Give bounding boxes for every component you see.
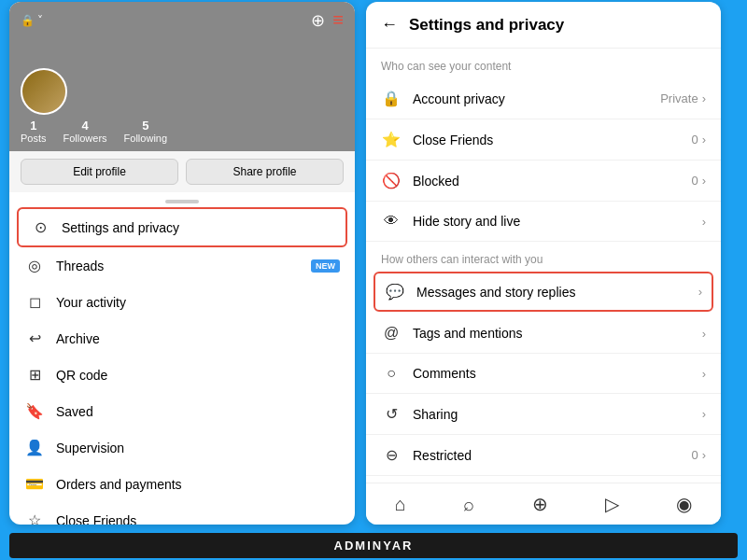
orders-icon: 💳 xyxy=(24,475,45,493)
settings-sharing[interactable]: ↺ Sharing › xyxy=(366,394,721,435)
restricted-chevron: › xyxy=(702,448,706,462)
close-friends-settings-icon: ⭐ xyxy=(381,131,402,148)
supervision-label: Supervision xyxy=(56,441,340,455)
tags-icon: @ xyxy=(381,325,402,342)
add-icon[interactable]: ⊕ xyxy=(311,10,325,31)
archive-label: Archive xyxy=(56,331,340,346)
menu-item-threads[interactable]: ◎ Threads NEW xyxy=(13,247,351,284)
account-privacy-chevron: › xyxy=(702,91,706,105)
comments-icon: ○ xyxy=(381,365,402,382)
menu-item-saved[interactable]: 🔖 Saved xyxy=(13,393,351,429)
footer-brand: ADMINYAR xyxy=(9,533,738,558)
hide-story-icon: 👁 xyxy=(381,213,402,230)
menu-item-orders[interactable]: 💳 Orders and payments xyxy=(13,466,351,502)
followers-stat: 4 Followers xyxy=(63,119,107,144)
followers-count: 4 xyxy=(81,119,88,133)
blocked-icon: 🚫 xyxy=(381,172,402,189)
section-label-content: Who can see your content xyxy=(366,49,721,78)
settings-account-privacy[interactable]: 🔒 Account privacy Private › xyxy=(366,78,721,119)
back-button[interactable]: ← xyxy=(381,15,398,35)
posts-count: 1 xyxy=(30,119,36,133)
settings-label: Settings and privacy xyxy=(62,220,334,235)
sharing-right: › xyxy=(702,407,706,421)
blocked-label: Blocked xyxy=(413,174,680,189)
threads-icon: ◎ xyxy=(24,257,45,274)
tags-label: Tags and mentions xyxy=(413,326,691,341)
settings-icon: ⊙ xyxy=(30,218,50,236)
messages-icon: 💬 xyxy=(385,283,405,301)
sharing-chevron: › xyxy=(702,407,706,421)
menu-item-qr[interactable]: ⊞ QR code xyxy=(13,357,351,393)
top-bar: 🔒 ˅ ⊕ ≡ xyxy=(9,9,355,31)
settings-messages[interactable]: 💬 Messages and story replies › xyxy=(374,272,713,312)
bottom-navigation: ⌂ ⌕ ⊕ ▷ ◉ xyxy=(366,483,721,525)
menu-item-settings[interactable]: ⊙ Settings and privacy xyxy=(17,207,347,247)
saved-icon: 🔖 xyxy=(24,402,45,420)
following-count: 5 xyxy=(142,119,148,133)
settings-content: Who can see your content 🔒 Account priva… xyxy=(366,49,721,483)
threads-label: Threads xyxy=(56,259,300,273)
restricted-value: 0 xyxy=(691,448,698,462)
restricted-right: 0 › xyxy=(691,448,706,462)
nav-home-icon[interactable]: ⌂ xyxy=(395,494,406,515)
hide-story-label: Hide story and live xyxy=(413,214,691,229)
menu-icon[interactable]: ≡ xyxy=(332,9,344,31)
hide-story-right: › xyxy=(702,215,706,229)
close-friends-value: 0 xyxy=(691,133,698,147)
blocked-value: 0 xyxy=(691,174,698,188)
sharing-icon: ↺ xyxy=(381,405,402,423)
blocked-chevron: › xyxy=(702,174,706,188)
menu-item-archive[interactable]: ↩ Archive xyxy=(13,320,351,357)
brand-label: ADMINYAR xyxy=(334,539,414,553)
profile-header: 🔒 ˅ ⊕ ≡ 1 Posts 4 Followers xyxy=(9,2,355,151)
stats-row: 1 Posts 4 Followers 5 Following xyxy=(21,119,167,144)
nav-reels-icon[interactable]: ▷ xyxy=(605,493,619,515)
settings-limited[interactable]: ℹ Limited interactions › xyxy=(366,476,721,483)
menu-item-activity[interactable]: ◻ Your activity xyxy=(13,284,351,320)
qr-icon: ⊞ xyxy=(24,366,45,384)
settings-panel: ← Settings and privacy Who can see your … xyxy=(366,2,721,525)
menu-item-supervision[interactable]: 👤 Supervision xyxy=(13,429,351,466)
following-label: Following xyxy=(124,133,167,144)
menu-item-close-friends[interactable]: ☆ Close Friends xyxy=(13,502,351,525)
nav-profile-icon[interactable]: ◉ xyxy=(676,493,692,515)
close-friends-icon: ☆ xyxy=(24,511,45,525)
lock-icon: 🔒 ˅ xyxy=(21,14,43,27)
tags-right: › xyxy=(702,327,706,341)
comments-chevron: › xyxy=(702,367,706,381)
archive-icon: ↩ xyxy=(24,329,45,347)
messages-chevron: › xyxy=(698,285,702,299)
restricted-icon: ⊖ xyxy=(381,446,402,464)
qr-label: QR code xyxy=(56,368,340,383)
settings-close-friends[interactable]: ⭐ Close Friends 0 › xyxy=(366,119,721,161)
account-privacy-right: Private › xyxy=(660,91,706,105)
settings-tags[interactable]: @ Tags and mentions › xyxy=(366,314,721,354)
settings-blocked[interactable]: 🚫 Blocked 0 › xyxy=(366,161,721,202)
account-privacy-icon: 🔒 xyxy=(381,90,402,107)
settings-hide-story[interactable]: 👁 Hide story and live › xyxy=(366,202,721,242)
messages-label: Messages and story replies xyxy=(416,285,687,300)
close-friends-settings-label: Close Friends xyxy=(413,133,680,147)
nav-search-icon[interactable]: ⌕ xyxy=(463,494,474,515)
tags-chevron: › xyxy=(702,327,706,341)
activity-label: Your activity xyxy=(56,295,340,310)
nav-add-icon[interactable]: ⊕ xyxy=(532,493,548,515)
profile-area: 1 Posts 4 Followers 5 Following xyxy=(9,68,355,144)
avatar xyxy=(21,68,67,115)
close-friends-chevron: › xyxy=(702,133,706,147)
settings-title: Settings and privacy xyxy=(409,16,564,35)
share-profile-button[interactable]: Share profile xyxy=(186,159,344,185)
settings-comments[interactable]: ○ Comments › xyxy=(366,354,721,394)
posts-label: Posts xyxy=(21,133,47,144)
new-badge: NEW xyxy=(311,259,340,273)
saved-label: Saved xyxy=(56,404,340,419)
close-friends-right: 0 › xyxy=(691,133,706,147)
edit-profile-button[interactable]: Edit profile xyxy=(21,159,178,185)
settings-restricted[interactable]: ⊖ Restricted 0 › xyxy=(366,435,721,476)
messages-right: › xyxy=(698,285,702,299)
sharing-label: Sharing xyxy=(413,407,691,422)
section-label-interact: How others can interact with you xyxy=(366,242,721,272)
settings-header: ← Settings and privacy xyxy=(366,2,721,49)
orders-label: Orders and payments xyxy=(56,477,340,492)
followers-label: Followers xyxy=(63,133,107,144)
